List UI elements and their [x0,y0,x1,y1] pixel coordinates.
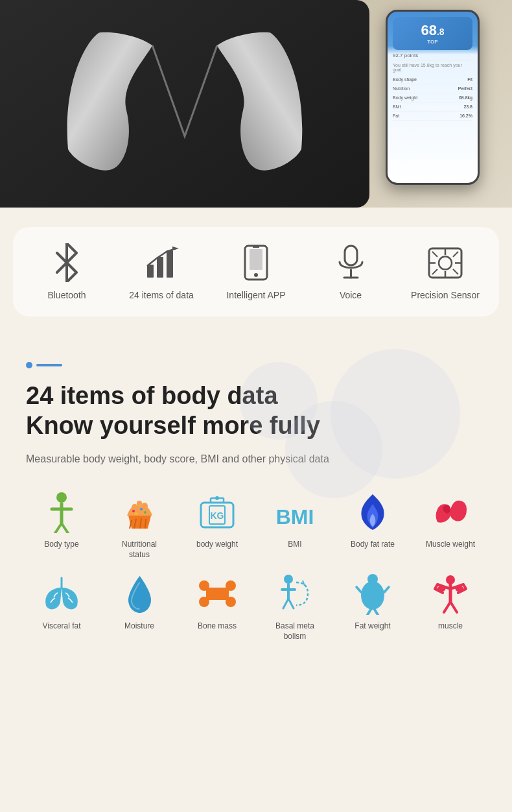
data-item-muscle-weight: Muscle weight [415,491,486,560]
svg-marker-3 [172,246,179,250]
section-subtitle: Measurable body weight, body score, BMI … [26,453,486,465]
bluetooth-icon [47,243,86,282]
microphone-icon [331,243,370,282]
section-title: 24 items of body data Know yourself more… [26,381,486,440]
svg-text:BMI: BMI [275,505,314,529]
svg-rect-8 [345,246,357,265]
svg-rect-1 [157,257,163,278]
svg-point-31 [144,511,146,514]
phone-row-3: Body weight68.8kg [393,93,472,102]
fat-figure-icon [352,573,394,615]
svg-point-28 [137,501,142,506]
svg-line-18 [453,252,458,257]
data-item-moisture: Moisture [104,573,175,641]
body-fat-label: Body fat rate [351,540,395,550]
body-type-label: Body type [44,540,78,550]
sensor-icon [426,243,465,282]
svg-point-30 [140,508,143,510]
sensor-label: Precision Sensor [411,290,480,300]
body-weight-label: body weight [196,540,238,550]
basal-label: Basal metabolism [275,621,314,641]
muscle-weight-label: Muscle weight [426,540,475,550]
svg-rect-2 [167,250,173,278]
data24-label: 24 items of data [129,290,194,300]
data-items-grid: Body type [26,491,486,654]
data-item-fat-weight: Fat weight [337,573,408,641]
svg-line-25 [145,519,146,529]
muscle-label: muscle [438,621,463,632]
nutritional-label: Nutritionalstatus [122,540,157,560]
bone-icon [196,573,239,615]
body-data-section: 24 items of body data Know yourself more… [0,336,512,668]
phone-row-5: Fat16.2% [393,112,472,121]
svg-line-17 [432,252,437,257]
fat-weight-label: Fat weight [355,621,390,632]
svg-line-20 [453,269,458,274]
phone-row-4: BMI23.8 [393,102,472,112]
visceral-fat-label: Visceral fat [42,621,80,632]
droplet-icon [119,573,161,615]
flame-icon [352,491,394,533]
svg-point-39 [215,496,219,500]
app-label: Intelligent APP [226,290,285,300]
svg-point-29 [132,510,135,512]
lungs-icon [41,573,83,615]
svg-text:KG: KG [211,510,224,521]
svg-point-51 [446,575,455,584]
phone-row-2: NutritionPerfect [393,84,472,93]
svg-point-32 [135,512,137,515]
svg-point-26 [132,504,138,510]
svg-point-47 [284,575,293,584]
data-item-body-weight: KG body weight [181,491,253,560]
features-card: Bluetooth 24 items of data [13,227,499,316]
phone-score: 92.7 points [393,53,472,61]
scale-image [0,0,369,208]
accent-dot [26,362,32,368]
feature-data24: 24 items of data [114,243,209,300]
svg-point-27 [141,503,148,509]
svg-point-6 [254,273,258,277]
data-item-visceral-fat: Visceral fat [26,573,97,641]
voice-label: Voice [340,290,362,300]
section-accent [26,362,486,368]
data-item-basal: Basal metabolism [259,573,331,641]
data-item-body-type: Body type [26,491,97,560]
data-item-nutritional: Nutritionalstatus [104,491,175,560]
flex-muscle-icon [430,573,472,615]
feature-bluetooth: Bluetooth [19,243,114,300]
bmi-label: BMI [288,540,301,550]
figure-measure-icon [274,573,316,615]
svg-line-48 [303,580,305,586]
phone-weight-display: 68.8 TOP [393,17,472,50]
data-item-bmi: BMI BMI [259,491,331,560]
muscle-icon [430,491,472,533]
svg-rect-5 [250,249,262,270]
bone-mass-label: Bone mass [198,621,237,632]
svg-point-21 [56,492,67,503]
bluetooth-label: Bluetooth [47,290,86,300]
cupcake-icon [119,491,161,533]
data-item-bone-mass: Bone mass [181,573,253,641]
hero-section: 68.8 TOP 92.7 points You still have 15.8… [0,0,512,208]
feature-app: Intelligent APP [209,243,303,300]
svg-rect-0 [147,265,154,278]
svg-line-19 [432,269,437,274]
data-item-muscle: muscle [415,573,486,641]
phone-icon [237,243,275,282]
bmi-icon: BMI [274,491,316,533]
accent-line [36,364,62,366]
data-item-body-fat: Body fat rate [337,491,408,560]
features-section: Bluetooth 24 items of data [0,208,512,336]
scale-logo-svg [49,19,321,188]
scale-kg-icon: KG [196,491,239,533]
phone-row-1: Body shapeFit [393,75,472,84]
svg-rect-46 [206,588,229,600]
chart-icon [142,243,181,282]
feature-voice: Voice [303,243,398,300]
svg-point-12 [439,256,452,269]
feature-sensor: Precision Sensor [398,243,493,300]
person-icon [41,491,83,533]
phone-mockup: 68.8 TOP 92.7 points You still have 15.8… [386,10,480,185]
phone-goal: You still have 15.8kg to reach your goal… [393,63,472,72]
moisture-label: Moisture [124,621,154,632]
